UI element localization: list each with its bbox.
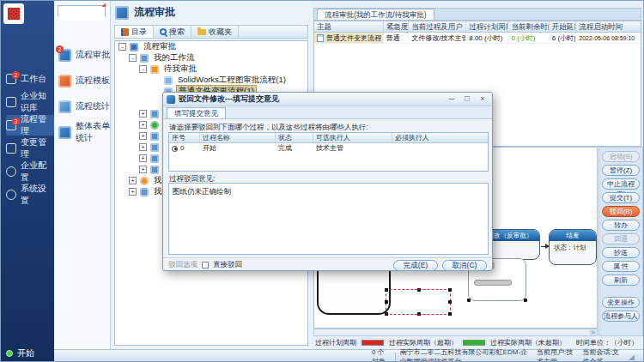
sidebar-item-system-settings[interactable]: 系统设置 [6, 184, 54, 205]
expand-icon[interactable]: + [139, 132, 147, 140]
search-input[interactable] [58, 11, 105, 21]
expand-icon[interactable]: + [129, 177, 137, 184]
col-current-step[interactable]: 当前过程及用户 [409, 21, 466, 32]
plan-period-cell: 8.00 (小时) [466, 33, 508, 43]
change-mgmt-icon [6, 143, 16, 154]
flow-doc-icon [317, 34, 324, 42]
selection-handle[interactable] [385, 300, 388, 304]
col-start-delay[interactable]: 开始延期 [550, 21, 577, 32]
module-item-process-stats[interactable]: 流程统计 [58, 97, 110, 116]
tree-item-root[interactable]: -流程审批 [115, 41, 307, 52]
tree-node-icon [150, 121, 159, 130]
selection-handle[interactable] [417, 312, 421, 316]
seq-text: 0 [180, 143, 184, 154]
dialog-titlebar[interactable]: 驳回文件修改---填写提交意见 ─ □ × [163, 93, 492, 106]
col-remain-time[interactable]: 当前剩余时间 [508, 21, 549, 32]
tab-catalog[interactable]: 目录 [115, 26, 154, 38]
terminate-flow-button[interactable]: 中止流程(D) [602, 178, 640, 190]
selection-handle[interactable] [448, 300, 452, 304]
col-subject[interactable]: 主题 [314, 21, 384, 32]
tree-node-icon [140, 188, 149, 196]
col-start-time[interactable]: 流程启动时间 [576, 21, 641, 32]
seq-cell: 0 [169, 143, 200, 154]
status-green-icon [6, 350, 13, 357]
maximize-icon[interactable]: □ [461, 94, 473, 105]
app-window: 2 工作台 企业知识库 3 流程管理 变更管理 企业配置 系统设置 [0, 0, 644, 362]
finish-button[interactable]: 完成(E) [393, 260, 438, 271]
tree-item-my-workflow[interactable]: -我的工作流 [115, 52, 307, 63]
properties-button[interactable]: 属 性 [602, 261, 640, 272]
cancel-button[interactable]: 取消(C) [442, 260, 487, 271]
legend-unit-label: 时间单位：（小时） [576, 338, 638, 347]
collapse-icon[interactable]: - [129, 54, 137, 62]
collapse-icon[interactable]: - [118, 43, 126, 51]
required-executor-cell [392, 143, 487, 154]
tree-node-icon [140, 177, 149, 185]
tab-favorites[interactable]: 收藏夹 [191, 26, 239, 38]
sidebar-item-label: 企业知识库 [21, 90, 54, 114]
flow-participants-button[interactable]: 流程参与人 [602, 311, 640, 322]
expand-icon[interactable]: + [139, 121, 147, 129]
expand-icon[interactable]: + [139, 143, 147, 151]
process-mgmt-badge: 3 [12, 118, 20, 125]
sidebar-footer-start[interactable]: 开始 [6, 347, 34, 359]
sidebar-item-workbench[interactable]: 2 工作台 [6, 69, 54, 89]
refresh-button[interactable]: 刷新 [602, 275, 640, 286]
expand-icon[interactable]: + [139, 154, 147, 162]
sidebar-item-change-mgmt[interactable]: 变更管理 [6, 138, 54, 159]
sidebar-item-label: 系统设置 [21, 183, 54, 207]
dialog-table-header: 序号 过程名称 状态 可选执行人 必须执行人 [169, 133, 488, 143]
rollback-button[interactable]: 回退 [602, 233, 640, 244]
change-operation-button[interactable]: 变更操作 [602, 297, 640, 308]
start-flow-button[interactable]: 启动(S) [602, 151, 640, 162]
cc-button[interactable]: 抄送 [602, 247, 640, 258]
tree-item-pending-approval[interactable]: -待我审批 [115, 63, 307, 75]
workflow-row[interactable]: 普通文件变更流程 普通 文件修改/技术主管 8.00 (小时) 0 (小时) 6… [314, 33, 641, 44]
selection-handle[interactable] [448, 288, 452, 292]
col-process-name: 过程名称 [200, 133, 276, 142]
module-item-form-stats[interactable]: 整体表单统计 [58, 123, 110, 142]
reject-button[interactable]: 驳回(B) [602, 206, 640, 217]
process-template-icon [58, 75, 71, 87]
pause-button[interactable]: 暂停(Z) [602, 165, 640, 176]
direct-reject-checkbox[interactable] [202, 262, 209, 268]
radio-selected-icon[interactable] [172, 146, 178, 152]
module-item-process-template[interactable]: 流程模板 [58, 71, 110, 90]
expand-icon[interactable]: + [139, 166, 147, 173]
collapse-icon[interactable]: - [139, 65, 147, 73]
tree-item-label: 流程审批 [142, 41, 178, 52]
scroll-right-arrow[interactable]: > [589, 329, 597, 335]
flow-doc-icon [164, 76, 173, 85]
reject-options-label: 驳回选项 [168, 260, 197, 270]
expand-icon[interactable]: + [139, 110, 147, 118]
minimize-icon[interactable]: ─ [446, 94, 458, 105]
list-tab-current[interactable]: 流程审批(我的工作流/待我审批) [317, 9, 434, 20]
tab-search[interactable]: 搜索 [154, 26, 191, 38]
resize-grip[interactable]: ◢ [629, 353, 635, 361]
reject-comment-textarea[interactable] [168, 183, 489, 255]
col-urgency[interactable]: 紧急度 [384, 21, 410, 32]
selected-node-outline[interactable] [386, 289, 451, 315]
col-plan-period[interactable]: 过程计划周期 [466, 21, 508, 32]
sidebar-item-enterprise-config[interactable]: 企业配置 [6, 161, 54, 182]
sidebar-item-knowledge[interactable]: 企业知识库 [6, 92, 54, 112]
close-icon[interactable]: × [477, 94, 489, 105]
flow-node-end[interactable]: 结束 状态：计划 [549, 229, 597, 265]
system-settings-icon [6, 190, 16, 200]
legend-ontime-label: 过程实际周期（未超期） [490, 338, 566, 347]
search-input-box[interactable] [58, 5, 106, 16]
canvas-horizontal-scrollbar[interactable]: > [313, 329, 598, 336]
selection-handle[interactable] [385, 288, 388, 292]
forward-button[interactable]: 转办 [602, 220, 640, 231]
module-item-process-approval[interactable]: 2 流程审批 [58, 45, 110, 64]
tab-submit-opinion[interactable]: 填写提交意见 [167, 107, 226, 118]
selection-handle[interactable] [417, 288, 421, 292]
selection-handle[interactable] [385, 312, 388, 316]
subject-text: 普通文件变更流程 [326, 33, 381, 43]
sidebar-item-process-mgmt[interactable]: 3 流程管理 [6, 115, 54, 136]
selection-handle[interactable] [448, 312, 452, 316]
search-icon [160, 28, 167, 35]
submit-button[interactable]: 提交(T) [602, 192, 640, 203]
reject-target-row[interactable]: 0 开始 完成 技术主管 [169, 143, 488, 154]
expand-icon[interactable]: + [129, 188, 137, 196]
